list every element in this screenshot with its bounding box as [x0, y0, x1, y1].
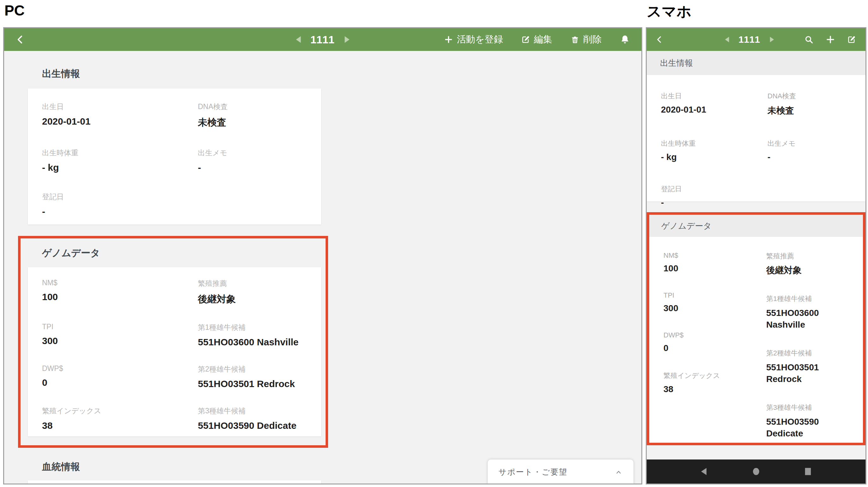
mobile-view-label: スマホ: [647, 2, 691, 22]
field-value: 300: [663, 303, 758, 313]
field-label: DNA検査: [198, 102, 321, 112]
field-value: 100: [42, 292, 198, 302]
field-value: 未検査: [198, 116, 321, 129]
android-back-button[interactable]: [699, 466, 710, 477]
mobile-content: 出生情報 出生日 2020-01-01 DNA検査 未検査 出生時体重 - kg: [647, 51, 865, 484]
prev-record-button[interactable]: [724, 36, 730, 43]
field-value-line2: Nashville: [766, 319, 857, 331]
genome-left-column: NM$ 100 TPI 300 DWP$ 0 繁殖インデックス: [663, 237, 758, 412]
field-value: 未検査: [768, 105, 865, 117]
field-label: 第1種雄牛候補: [766, 294, 857, 304]
field-label: 繁殖インデックス: [42, 406, 198, 416]
edit-button[interactable]: [847, 35, 856, 44]
field-birth-weight: 出生時体重 - kg: [661, 139, 768, 162]
field-value: 後継対象: [766, 265, 857, 276]
compose-icon: [521, 35, 530, 44]
field-birth-weight: 出生時体重 - kg: [42, 148, 198, 173]
field-tpi: TPI 300: [663, 291, 758, 313]
field-label: DWP$: [42, 364, 198, 373]
field-label: DNA検査: [768, 91, 865, 101]
chevron-up-icon[interactable]: [615, 468, 623, 476]
search-button[interactable]: [804, 35, 814, 44]
mobile-appbar: 1111: [647, 28, 865, 51]
field-label: 第3種雄牛候補: [198, 406, 321, 416]
field-birth-date: 出生日 2020-01-01: [661, 91, 768, 117]
field-value: 38: [42, 420, 198, 431]
notifications-button[interactable]: [620, 34, 630, 44]
back-button[interactable]: [15, 34, 26, 45]
field-value: 後継対象: [198, 293, 321, 306]
field-value: - kg: [42, 162, 198, 173]
field-registration-date: 登記日 -: [42, 192, 198, 217]
field-breeding-index: 繁殖インデックス 38: [42, 406, 198, 431]
genome-highlight-box: ゲノムデータ NM$ 100 繁殖推薦 後継対象 TPI 30: [18, 236, 328, 448]
field-value-line1: 551HO03600: [766, 307, 857, 319]
plus-icon: [444, 35, 453, 44]
field-value: -: [198, 162, 321, 173]
bell-icon: [620, 34, 630, 44]
field-label: NM$: [42, 279, 198, 287]
field-label: TPI: [42, 323, 198, 331]
genome-data-card: NM$ 100 TPI 300 DWP$ 0 繁殖インデックス: [649, 237, 863, 443]
android-recents-button[interactable]: [803, 466, 813, 477]
back-button[interactable]: [655, 35, 664, 44]
field-label: 出生日: [42, 102, 198, 112]
field-label: 第2種雄牛候補: [198, 364, 321, 374]
record-id: 1111: [310, 33, 335, 46]
field-label: 登記日: [661, 184, 768, 194]
field-label: 出生メモ: [768, 139, 865, 148]
add-activity-button[interactable]: 活動を登録: [444, 33, 503, 46]
field-value: 551HO03600 Nashville: [198, 337, 321, 347]
genome-right-column: 繁殖推薦 後継対象 第1種雄牛候補 551HO03600 Nashville 第…: [766, 237, 857, 457]
edit-button[interactable]: 編集: [521, 33, 552, 46]
field-bull-candidate-3: 第3種雄牛候補 551HO03590 Dedicate: [766, 403, 857, 439]
record-pager: 1111: [295, 28, 350, 51]
next-record-button[interactable]: [769, 36, 774, 43]
field-value: -: [768, 152, 865, 162]
field-value: 551HO03501 Redrock: [198, 378, 321, 389]
field-bull-candidate-2: 第2種雄牛候補 551HO03501 Redrock: [766, 348, 857, 385]
next-record-button[interactable]: [344, 36, 350, 43]
field-nm: NM$ 100: [663, 251, 758, 274]
field-dwp: DWP$ 0: [42, 364, 198, 389]
field-label: 繁殖推薦: [198, 279, 321, 288]
mobile-panel: 1111 出生情報 出生日: [646, 27, 866, 484]
field-value-line1: 551HO03501: [766, 362, 857, 373]
pedigree-info-card-partial: 母牛 父牛: [28, 480, 321, 484]
add-button[interactable]: [826, 35, 835, 44]
genome-section-title: ゲノムデータ: [649, 215, 863, 237]
field-birth-memo: 出生メモ -: [198, 148, 321, 173]
genome-section-title: ゲノムデータ: [42, 247, 326, 260]
prev-record-button[interactable]: [295, 36, 302, 43]
genome-data-card: NM$ 100 繁殖推薦 後継対象 TPI 300 第1種雄牛候補: [28, 267, 321, 436]
field-birth-date: 出生日 2020-01-01: [42, 102, 198, 129]
mobile-appbar-actions: [804, 35, 865, 44]
field-value: 300: [42, 336, 198, 346]
plus-icon: [826, 35, 835, 44]
field-label: 出生日: [661, 91, 768, 101]
chevron-left-icon: [655, 35, 664, 44]
field-breeding-index: 繁殖インデックス 38: [663, 371, 758, 394]
trash-icon: [570, 35, 580, 44]
record-pager: 1111: [724, 28, 774, 51]
support-label: サポート・ご要望: [498, 467, 567, 477]
field-dwp: DWP$ 0: [663, 331, 758, 353]
delete-button[interactable]: 削除: [570, 33, 601, 46]
field-label: NM$: [663, 251, 758, 260]
field-label: 出生時体重: [42, 148, 198, 158]
genome-highlight-box: ゲノムデータ NM$ 100 TPI 300 DWP$ 0: [647, 212, 865, 445]
field-value: 38: [663, 384, 758, 394]
field-breeding-recommendation: 繁殖推薦 後継対象: [198, 279, 321, 306]
field-bull-candidate-1: 第1種雄牛候補 551HO03600 Nashville: [198, 323, 321, 347]
support-widget[interactable]: サポート・ご要望: [488, 459, 633, 484]
field-value-line2: Redrock: [766, 373, 857, 385]
chevron-left-icon: [15, 34, 26, 45]
field-nm: NM$ 100: [42, 279, 198, 306]
field-label: TPI: [663, 291, 758, 300]
field-bull-candidate-3: 第3種雄牛候補 551HO03590 Dedicate: [198, 406, 321, 431]
field-value-line1: 551HO03590: [766, 416, 857, 428]
field-label: DWP$: [663, 331, 758, 339]
android-home-button[interactable]: [751, 466, 762, 477]
field-label: 第2種雄牛候補: [766, 348, 857, 358]
field-value: -: [661, 197, 768, 208]
